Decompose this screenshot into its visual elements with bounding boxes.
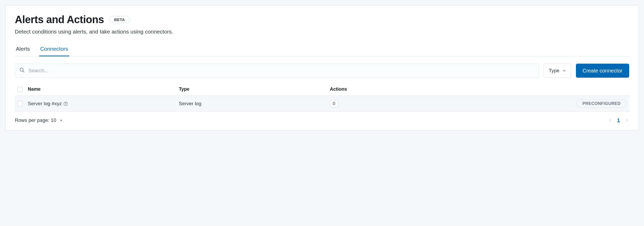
page-number-current[interactable]: 1 [617, 117, 620, 123]
column-header-actions[interactable]: Actions [330, 87, 556, 92]
row-name-cell[interactable]: Server log #xyz [28, 101, 179, 107]
svg-point-0 [20, 68, 23, 71]
search-field-wrap[interactable] [15, 64, 539, 78]
svg-line-1 [23, 71, 24, 72]
row-type-cell: Server log [179, 101, 330, 107]
search-icon [19, 67, 25, 74]
connectors-table: Name Type Actions Server log #xyz Server [15, 83, 629, 112]
actions-count-badge[interactable]: 0 [330, 100, 338, 107]
tab-alerts[interactable]: Alerts [15, 43, 31, 56]
select-all-checkbox[interactable] [17, 87, 23, 92]
next-page-button[interactable] [625, 118, 629, 123]
table-row: Server log #xyz Server log 0 PRECONFIGUR… [15, 96, 629, 112]
header-row: Alerts and Actions BETA [15, 14, 629, 25]
beta-badge: BETA [109, 16, 130, 23]
chevron-down-icon [59, 118, 63, 122]
search-input[interactable] [25, 68, 535, 74]
column-header-name[interactable]: Name [28, 87, 179, 92]
tabs: Alerts Connectors [15, 43, 629, 56]
row-checkbox[interactable] [17, 101, 23, 106]
question-circle-icon[interactable] [63, 101, 68, 106]
tab-connectors[interactable]: Connectors [39, 43, 69, 56]
rows-per-page-selector[interactable]: Rows per page: 10 [15, 117, 63, 123]
row-name-text: Server log #xyz [28, 101, 62, 107]
alerts-actions-panel: Alerts and Actions BETA Detect condition… [5, 5, 639, 131]
column-header-type[interactable]: Type [179, 87, 330, 92]
page-title: Alerts and Actions [15, 14, 104, 25]
type-filter-dropdown[interactable]: Type [544, 64, 571, 78]
prev-page-button[interactable] [608, 118, 612, 123]
chevron-down-icon [562, 69, 566, 73]
create-connector-button[interactable]: Create connector [576, 64, 629, 78]
table-header-row: Name Type Actions [15, 83, 629, 96]
page-subtitle: Detect conditions using alerts, and take… [15, 29, 629, 35]
svg-point-3 [66, 104, 66, 105]
preconfigured-badge: PRECONFIGURED [576, 99, 627, 108]
rows-per-page-label: Rows per page: 10 [15, 117, 56, 123]
controls-row: Type Create connector [15, 64, 629, 78]
row-actions-cell: 0 [330, 100, 556, 107]
pagination: 1 [608, 117, 629, 123]
table-footer: Rows per page: 10 1 [15, 112, 629, 123]
type-filter-label: Type [549, 68, 559, 74]
